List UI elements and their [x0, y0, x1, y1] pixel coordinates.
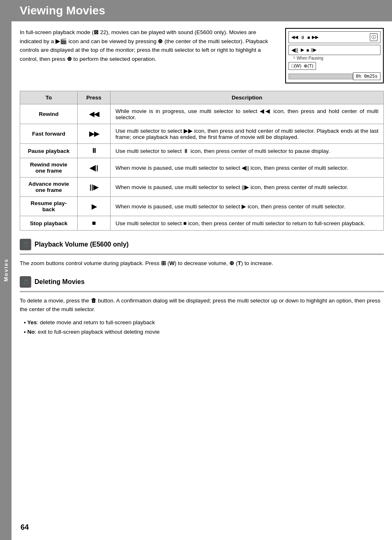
info-icon: ⓘ	[370, 33, 378, 41]
preview-pausing-section: ◀|| ▶ ■ ||▶ └ When Pausing □(W) ⊕(T)	[288, 45, 380, 70]
table-cell-press: ▶▶	[78, 124, 111, 144]
wide-zoom-icon: □(W)	[291, 63, 301, 69]
progress-bar	[288, 74, 353, 79]
playback-volume-text: The zoom buttons control volume during p…	[20, 259, 384, 268]
intro-section: In full-screen playback mode (⊠ 22), mov…	[20, 28, 384, 83]
table-cell-description: When movie is paused, use multi selector…	[111, 158, 384, 178]
tele-zoom-icon: ⊕(T)	[304, 63, 313, 69]
side-tab: Movies	[0, 0, 12, 540]
fastforward-icon: ▶▶	[312, 35, 318, 40]
stop-icon-small: ■	[307, 48, 309, 53]
table-cell-press: ■	[78, 216, 111, 231]
deleting-movies-icon: 🎵	[20, 276, 31, 288]
preview-bottom-row: 0h 0m25s	[288, 72, 380, 80]
playback-volume-icon: 🎵	[20, 239, 31, 250]
pause-icon: ⏸	[300, 35, 305, 40]
table-cell-to: Rewind movie one frame	[20, 158, 78, 178]
col-header-to: To	[20, 91, 78, 104]
content-area: In full-screen playback mode (⊠ 22), mov…	[12, 28, 392, 345]
table-cell-press: ◀◀	[78, 104, 111, 124]
table-cell-to: Rewind	[20, 104, 78, 124]
controls-table: To Press Description Rewind◀◀While movie…	[20, 91, 384, 231]
delete-option-yes: Yes: delete movie and return to full-scr…	[24, 318, 384, 328]
preview-time: 0h 0m25s	[353, 72, 380, 80]
table-cell-description: Use multi selector to select ■ icon, the…	[111, 216, 384, 231]
play-icon-small: ▶	[301, 47, 304, 53]
table-row: Rewind movie one frame◀||When movie is p…	[20, 158, 384, 178]
table-cell-description: When movie is paused, use multi selector…	[111, 197, 384, 216]
playback-volume-divider	[20, 254, 384, 255]
table-cell-press: ◀||	[78, 158, 111, 178]
table-row: Pause playback⏸Use multi selector to sel…	[20, 144, 384, 158]
table-cell-to: Advance movie one frame	[20, 178, 78, 197]
playback-icons-top: ◀◀ ⏸ ■ ▶▶	[291, 35, 318, 40]
main-content: Viewing Movies In full-screen playback m…	[12, 0, 392, 540]
camera-preview: ◀◀ ⏸ ■ ▶▶ ⓘ ◀|| ▶ ■ ||▶	[285, 28, 384, 83]
table-row: Advance movie one frame||▶When movie is …	[20, 178, 384, 197]
delete-option-no: No: exit to full-screen playback without…	[24, 328, 384, 337]
table-header-row: To Press Description	[20, 91, 384, 104]
table-cell-description: Use multi selector to select ▶▶ icon, th…	[111, 124, 384, 144]
table-cell-description: Use multi selector to select ⏸ icon, the…	[111, 144, 384, 158]
playback-volume-title: Playback Volume (E5600 only)	[35, 241, 129, 248]
table-cell-press: ▶	[78, 197, 111, 216]
deleting-movies-title: Deleting Movies	[35, 278, 85, 286]
rewind-icon: ◀◀	[291, 35, 298, 40]
table-cell-to: Fast forward	[20, 124, 78, 144]
preview-top-row: ◀◀ ⏸ ■ ▶▶ ⓘ	[288, 31, 380, 43]
advance-frame-icon: ||▶	[311, 47, 316, 53]
side-tab-label: Movies	[3, 258, 9, 282]
table-cell-press: ⏸	[78, 144, 111, 158]
delete-options-list: Yes: delete movie and return to full-scr…	[20, 318, 384, 337]
page-title-bar: Viewing Movies	[12, 0, 392, 21]
col-header-press: Press	[78, 91, 111, 104]
deleting-movies-text: To delete a movie, press the 🗑 button. A…	[20, 296, 384, 314]
table-cell-press: ||▶	[78, 178, 111, 197]
page-number: 64	[21, 523, 29, 532]
when-pausing-label: └ When Pausing	[293, 56, 380, 60]
table-row: Resume play- back▶When movie is paused, …	[20, 197, 384, 216]
zoom-icons: □(W) ⊕(T)	[288, 62, 316, 70]
rewind-frame-icon: ◀||	[291, 47, 298, 53]
table-row: Rewind◀◀While movie is in progress, use …	[20, 104, 384, 124]
intro-text: In full-screen playback mode (⊠ 22), mov…	[20, 28, 277, 83]
table-cell-to: Resume play- back	[20, 197, 78, 216]
deleting-movies-divider	[20, 291, 384, 292]
table-cell-description: While movie is in progress, use multi se…	[111, 104, 384, 124]
stop-icon: ■	[307, 35, 310, 40]
table-cell-description: When movie is paused, use multi selector…	[111, 178, 384, 197]
table-row: Stop playback■Use multi selector to sele…	[20, 216, 384, 231]
page-title: Viewing Movies	[20, 4, 384, 17]
preview-middle-row: ◀|| ▶ ■ ||▶	[288, 45, 380, 55]
table-cell-to: Pause playback	[20, 144, 78, 158]
table-cell-to: Stop playback	[20, 216, 78, 231]
section-heading-playback-volume: 🎵 Playback Volume (E5600 only)	[20, 239, 384, 250]
col-header-description: Description	[111, 91, 384, 104]
section-heading-deleting-movies: 🎵 Deleting Movies	[20, 276, 384, 288]
table-row: Fast forward▶▶Use multi selector to sele…	[20, 124, 384, 144]
